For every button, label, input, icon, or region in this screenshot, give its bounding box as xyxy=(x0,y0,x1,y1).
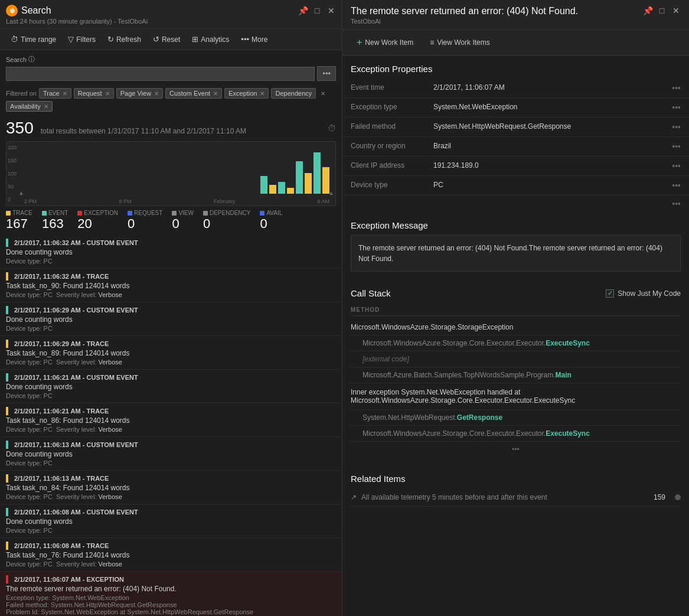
chart-arrow-right: ▲ xyxy=(328,190,334,196)
type-indicator xyxy=(6,441,8,449)
remove-customevent-filter[interactable]: ✕ xyxy=(213,90,218,97)
row-more-button[interactable]: ••• xyxy=(672,103,681,112)
row-more-button[interactable]: ••• xyxy=(672,142,681,151)
left-toolbar: ⏱ Time range ▽ Filters ↻ Refresh ↺ Reset… xyxy=(0,29,342,50)
maximize-button-right[interactable]: □ xyxy=(657,6,667,15)
view-work-items-button[interactable]: ≡ View Work Items xyxy=(424,36,496,49)
filter-tag-request[interactable]: Request ✕ xyxy=(74,88,114,99)
list-item-exception[interactable]: 2/1/2017, 11:06:07 AM - EXCEPTION The re… xyxy=(0,572,342,616)
chart-bar xyxy=(296,161,303,194)
search-options-button[interactable]: ••• xyxy=(317,66,336,81)
type-indicator xyxy=(6,575,8,584)
row-more-button[interactable]: ••• xyxy=(672,161,681,171)
row-more-button[interactable]: ••• xyxy=(672,83,681,93)
right-subtitle: TestOboAi xyxy=(351,18,643,25)
left-panel-header: ⊕ Search 📌 □ ✕ Last 24 hours (30 minute … xyxy=(0,0,342,29)
panel-subtitle: Last 24 hours (30 minute granularity) - … xyxy=(6,18,336,25)
exception-count: 20 xyxy=(77,216,118,232)
analytics-button[interactable]: ⊞ Analytics xyxy=(187,32,234,46)
avail-dot xyxy=(260,211,265,216)
request-dot xyxy=(128,211,132,216)
pin-button-right[interactable]: 📌 xyxy=(643,6,652,15)
close-button[interactable]: ✕ xyxy=(326,6,336,15)
filter-tag-customevent[interactable]: Custom Event ✕ xyxy=(165,88,222,99)
remove-request-filter[interactable]: ✕ xyxy=(105,90,110,97)
list-item[interactable]: 2/1/2017, 11:06:32 AM - CUSTOM EVENT Don… xyxy=(0,235,342,269)
exception-properties-title: Exception Properties xyxy=(342,56,689,79)
list-item[interactable]: 2/1/2017, 11:06:29 AM - CUSTOM EVENT Don… xyxy=(0,302,342,336)
exception-message-section: Exception Message The remote server retu… xyxy=(342,212,689,280)
filter-tag-availability[interactable]: Availability ✕ xyxy=(6,101,53,112)
table-row: Failed method System.Net.HttpWebRequest.… xyxy=(342,118,689,137)
list-item[interactable]: 2/1/2017, 11:06:13 AM - TRACE Task task_… xyxy=(0,471,342,504)
callstack-title: Call Stack xyxy=(351,288,391,298)
show-just-code-checkbox[interactable] xyxy=(606,289,614,298)
more-button[interactable]: ••• More xyxy=(236,32,272,46)
new-work-item-button[interactable]: + New Work Item xyxy=(351,35,419,50)
arrow-icon: ↗ xyxy=(351,493,357,501)
reset-button[interactable]: ↺ Reset xyxy=(148,32,185,46)
related-items-section: Related Items ↗ All available telemetry … xyxy=(342,465,689,515)
list-item[interactable]: 2/1/2017, 11:06:08 AM - TRACE Task task_… xyxy=(0,538,342,572)
list-item[interactable]: 2/1/2017, 11:06:13 AM - CUSTOM EVENT Don… xyxy=(0,437,342,471)
remove-pageview-filter[interactable]: ✕ xyxy=(154,90,159,97)
method-column-header: METHOD xyxy=(351,304,681,316)
chart-bar xyxy=(260,176,267,194)
list-item[interactable]: 2/1/2017, 11:06:21 AM - TRACE Task task_… xyxy=(0,403,342,437)
filters-button[interactable]: ▽ Filters xyxy=(63,32,100,46)
more-icon: ••• xyxy=(241,35,249,44)
chart-bar xyxy=(269,185,276,194)
stack-frame: Microsoft.Azure.Batch.Samples.TopNWordsS… xyxy=(351,367,681,383)
refresh-button[interactable]: ↻ Refresh xyxy=(103,32,146,46)
app-icon: ⊕ xyxy=(6,5,18,17)
filter-tag-pageview[interactable]: Page View ✕ xyxy=(116,88,163,99)
row-more-button[interactable]: ••• xyxy=(672,122,681,132)
properties-more-button[interactable]: ••• xyxy=(672,199,681,208)
search-section: Search ⓘ ••• xyxy=(0,50,342,86)
chart-arrow-left: ▲ xyxy=(18,190,24,196)
search-input[interactable] xyxy=(6,67,315,81)
results-list[interactable]: 2/1/2017, 11:06:32 AM - CUSTOM EVENT Don… xyxy=(0,235,342,616)
chart-y-labels: 200 150 100 50 0 xyxy=(8,145,17,203)
type-indicator xyxy=(6,306,8,314)
right-content[interactable]: Exception Properties Event time 2/1/2017… xyxy=(342,56,689,616)
filter-tag-trace[interactable]: Trace ✕ xyxy=(39,88,71,99)
type-indicator xyxy=(6,272,8,281)
properties-table: Event time 2/1/2017, 11:06:07 AM ••• Exc… xyxy=(342,79,689,195)
list-item[interactable]: 2/1/2017, 11:06:21 AM - CUSTOM EVENT Don… xyxy=(0,370,342,403)
stat-trace: TRACE 167 xyxy=(6,210,32,232)
pin-button[interactable]: 📌 xyxy=(298,6,308,15)
remove-trace-filter[interactable]: ✕ xyxy=(63,90,67,97)
table-row: Event time 2/1/2017, 11:06:07 AM ••• xyxy=(342,79,689,98)
maximize-button[interactable]: □ xyxy=(312,6,322,15)
callstack-more-button[interactable]: ••• xyxy=(351,442,681,457)
type-indicator xyxy=(6,239,8,247)
time-range-button[interactable]: ⏱ Time range xyxy=(6,32,61,46)
list-item[interactable]: 2/1/2017, 11:06:29 AM - TRACE Task task_… xyxy=(0,336,342,370)
chart-bar xyxy=(278,182,285,194)
show-just-code-label: Show Just My Code xyxy=(618,289,681,298)
chart-bar xyxy=(314,152,321,194)
related-item-dot xyxy=(675,494,681,500)
left-panel: ⊕ Search 📌 □ ✕ Last 24 hours (30 minute … xyxy=(0,0,342,616)
inner-exception-frame: Inner exception System.Net.WebException … xyxy=(351,383,681,410)
list-item[interactable]: 2/1/2017, 11:06:08 AM - CUSTOM EVENT Don… xyxy=(0,504,342,538)
row-more-button[interactable]: ••• xyxy=(672,181,681,190)
stack-frame: Microsoft.WindowsAzure.Storage.Core.Exec… xyxy=(351,426,681,442)
related-item-text: All available telemetry 5 minutes before… xyxy=(361,493,649,501)
related-item[interactable]: ↗ All available telemetry 5 minutes befo… xyxy=(351,488,681,507)
right-toolbar: + New Work Item ≡ View Work Items xyxy=(342,30,689,56)
related-item-count: 159 xyxy=(654,493,665,501)
chart-bars xyxy=(260,152,329,194)
clear-all-filters[interactable]: ✕ xyxy=(318,89,328,98)
close-button-right[interactable]: ✕ xyxy=(671,6,681,15)
list-item[interactable]: 2/1/2017, 11:06:32 AM - TRACE Task task_… xyxy=(0,269,342,302)
list-icon: ≡ xyxy=(430,38,434,47)
filter-tag-exception[interactable]: Exception ✕ xyxy=(224,88,269,99)
clock-icon: ⏱ xyxy=(11,35,18,44)
remove-availability-filter[interactable]: ✕ xyxy=(44,103,48,110)
request-count: 0 xyxy=(128,216,162,232)
help-icon: ⓘ xyxy=(28,55,35,64)
filter-tag-dependency[interactable]: Dependency xyxy=(271,88,316,99)
remove-exception-filter[interactable]: ✕ xyxy=(260,90,265,97)
